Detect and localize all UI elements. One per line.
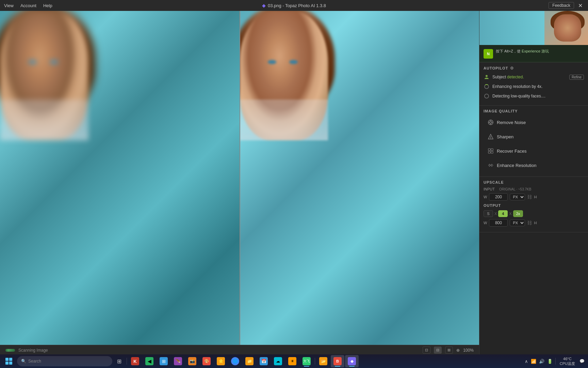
taskbar-item-chrome[interactable]: 🌐 — [228, 355, 242, 367]
autopilot-gear-icon[interactable]: ⚙ — [510, 66, 514, 71]
image-comparison-area — [0, 11, 479, 355]
feather-app-icon: 🪶 — [174, 357, 182, 365]
menu-help[interactable]: Help — [43, 3, 52, 8]
svg-point-2 — [490, 121, 492, 123]
taskbar-item-feiyusoft[interactable]: 大飞 — [300, 355, 313, 367]
star-app-icon: ⭐ — [217, 357, 225, 365]
nvidia-message-2: Experience 游玩 — [522, 49, 549, 53]
enhance-resolution-item[interactable]: Enhance Resolution — [484, 159, 584, 172]
zoom-level-text: 100% — [463, 348, 474, 353]
comparison-divider[interactable] — [240, 11, 240, 355]
input-unit-select[interactable]: PX % — [510, 194, 525, 200]
refine-button[interactable]: Refine — [569, 75, 584, 80]
input-size-row: INPUT ORIGINAL · ~53.7KB — [484, 187, 584, 191]
svg-point-0 — [486, 75, 488, 77]
input-width-field[interactable] — [489, 193, 508, 201]
right-panel: N 按下 Alt+Z，使 Experience 游玩 AUTOPILOT ⚙ S… — [479, 11, 588, 355]
taskbar-item-photo[interactable]: 📸 — [185, 355, 199, 367]
subject-detected-item: Subject detected. Refine — [484, 73, 584, 81]
remove-noise-item[interactable]: Remove Noise — [484, 116, 584, 129]
scale-options-row: S X 4 X 2x — [484, 210, 584, 217]
tray-battery-icon[interactable]: 🔋 — [546, 359, 553, 364]
feiyusoft-icon: 大飞 — [303, 357, 311, 365]
taskbar-item-feather[interactable]: 🪶 — [171, 355, 185, 367]
taskbar-item-star[interactable]: ⭐ — [214, 355, 228, 367]
windows-logo-icon — [5, 358, 12, 365]
subject-label: Subject — [492, 75, 507, 79]
subject-status: detected. — [507, 75, 524, 79]
taskbar-item-files[interactable]: 📁 — [243, 355, 256, 367]
enhance-resolution-icon — [487, 162, 494, 169]
menu-view[interactable]: View — [4, 3, 14, 8]
close-button[interactable]: ✕ — [577, 2, 584, 9]
cloud-icon: ☁ — [274, 357, 282, 365]
taskbar-item-sun[interactable]: ☀ — [285, 355, 299, 367]
output-unit-select[interactable]: PX % — [510, 219, 525, 226]
brush-app-icon: 🎨 — [202, 357, 211, 365]
scale-x2: X — [509, 212, 511, 216]
grid-app-icon: ⊞ — [160, 357, 168, 365]
nvidia-message-1: 按下 Alt+Z，使 — [496, 49, 521, 53]
taskbar-item-cloud[interactable]: ☁ — [271, 355, 285, 367]
w-label: W — [484, 195, 487, 199]
taskbar-search[interactable]: 🔍 Search — [17, 356, 112, 366]
feedback-button[interactable]: Feedback — [549, 2, 574, 9]
nvidia-logo: N — [487, 52, 490, 56]
notification-button[interactable]: 💬 — [578, 358, 585, 365]
taskbar-item-grid[interactable]: ⊞ — [157, 355, 170, 367]
taskbar-item-explorer[interactable]: 📂 — [316, 355, 330, 367]
menu-account[interactable]: Account — [20, 3, 36, 8]
tray-arrow-icon[interactable]: ∧ — [524, 359, 529, 364]
topaz-taskbar-icon: ◆ — [348, 357, 356, 365]
sharpen-item[interactable]: Sharpen — [484, 130, 584, 143]
enhancing-item: Enhancing resolution by 4x. — [484, 83, 584, 90]
system-clock[interactable]: 46°C CPU温度 — [558, 356, 577, 366]
grid-view-button[interactable]: ⊞ — [445, 347, 453, 354]
scale-4-button[interactable]: 4 — [498, 210, 508, 217]
thumb-face — [554, 14, 581, 42]
output-width-field[interactable] — [489, 219, 508, 227]
taskbar-item-brush[interactable]: 🎨 — [200, 355, 213, 367]
recover-faces-item[interactable]: Recover Faces — [484, 144, 584, 157]
taskbar-item-k[interactable]: K — [128, 355, 142, 367]
nvidia-icon: N — [484, 49, 493, 59]
back-app-icon: ◀ — [145, 357, 153, 365]
scale-2x-button[interactable]: 2x — [513, 210, 523, 217]
detecting-text: Detecting low-quality faces.... — [492, 94, 545, 98]
link-icon: ⛓ — [527, 194, 532, 200]
search-icon: 🔍 — [21, 359, 26, 364]
tray-sound-icon[interactable]: 🔊 — [538, 359, 545, 364]
system-tray: ∧ 📶 🔊 🔋 46°C CPU温度 💬 — [524, 356, 587, 366]
bandicam-icon: B — [333, 357, 342, 365]
output-dimensions-row: W PX % ⛓ H — [484, 219, 584, 227]
start-button[interactable] — [1, 355, 16, 367]
k-app-icon: K — [131, 357, 139, 365]
tray-network-icon[interactable]: 📶 — [530, 359, 537, 364]
task-view-button[interactable]: ⊞ — [113, 355, 125, 367]
taskbar-divider-1 — [127, 358, 127, 365]
upscale-title: UPSCALE — [484, 180, 584, 184]
taskbar-item-topaz[interactable]: ◆ — [345, 355, 359, 367]
taskbar-item-back[interactable]: ◀ — [143, 355, 156, 367]
compare-view-button[interactable]: ⊟ — [434, 347, 442, 354]
files-icon: 📁 — [245, 357, 254, 365]
face-icon-svg — [488, 148, 494, 154]
output-h-label: H — [534, 221, 537, 225]
taskbar-item-calendar[interactable]: 📅 — [257, 355, 271, 367]
scan-progress-bar — [5, 349, 15, 352]
active-indicator — [304, 366, 309, 367]
nvidia-text: 按下 Alt+Z，使 Experience 游玩 — [496, 48, 549, 54]
h-label: H — [534, 195, 537, 199]
preview-thumbnail — [479, 11, 588, 45]
scale-S-button[interactable]: S — [484, 210, 493, 217]
svg-point-9 — [490, 138, 491, 139]
sun-icon: ☀ — [288, 357, 296, 365]
autopilot-title: AUTOPILOT — [484, 66, 508, 70]
enhanced-image — [240, 11, 479, 355]
titlebar: View Account Help ◆ 03.png - Topaz Photo… — [0, 0, 588, 11]
nvidia-notification: N 按下 Alt+Z，使 Experience 游玩 — [479, 45, 588, 62]
start-icon-sq4 — [9, 362, 12, 365]
single-view-button[interactable]: ⊡ — [423, 347, 430, 354]
taskbar-item-bandicam[interactable]: B — [331, 355, 344, 367]
eye-right-sharp — [289, 60, 298, 64]
